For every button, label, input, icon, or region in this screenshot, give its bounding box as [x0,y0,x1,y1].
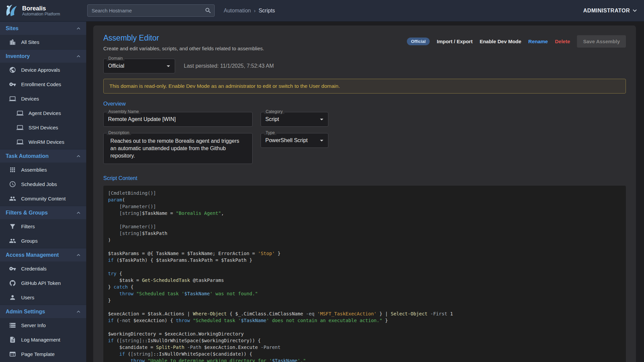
people-icon [9,195,16,202]
sidebar-item-assemblies[interactable]: Assemblies [0,163,86,177]
import-export-button[interactable]: Import / Export [437,39,473,44]
code-line: $taskParams = @{ TaskName = $TaskName; E… [108,250,621,257]
sidebar-item-enrollment-codes[interactable]: Enrollment Codes [0,77,86,92]
panel-header-left: Assembly Editor Create and edit variable… [103,34,264,51]
field-label: Description [107,130,131,135]
chevron-up-icon [75,153,82,160]
domain-select-value: Official [104,63,124,69]
brand-text: Borealis Automation Platform [22,5,60,16]
page-title: Assembly Editor [103,34,264,43]
code-line: $task = Get-ScheduledTask @taskParams [108,277,621,284]
sidebar-item-filters[interactable]: Filters [0,219,86,234]
sidebar-item-label: Log Management [21,337,60,343]
chevron-up-icon [75,209,82,216]
script-code-editor[interactable]: [CmdletBinding()]param( [Parameter()] [s… [103,186,626,362]
code-line: [Parameter()] [108,223,621,230]
user-menu-label: ADMINISTRATOR [583,8,630,14]
readonly-warning-text: This domain is read-only. Enable Dev Mod… [109,83,340,89]
code-line: ) [108,237,621,243]
rename-button[interactable]: Rename [528,39,548,44]
sidebar-section-task-automation[interactable]: Task Automation [0,149,86,163]
sidebar-section-label: Filters & Groups [6,210,48,216]
type-select[interactable]: Type PowerShell Script [261,133,328,148]
sidebar-item-label: Devices [21,96,39,102]
laptop-icon [16,138,23,145]
chevron-up-icon [75,25,82,32]
code-line: if (-not $execAction) { throw "Scheduled… [108,317,621,324]
document-icon [9,336,16,343]
sidebar-item-devices[interactable]: Devices [0,92,86,106]
code-line [108,217,621,223]
sidebar-section-admin-settings[interactable]: Admin Settings [0,305,86,318]
github-icon [9,280,16,287]
sidebar-item-server-info[interactable]: Server Info [0,318,86,333]
sidebar-item-agent-devices[interactable]: Agent Devices [0,106,86,120]
key-icon [9,81,16,88]
server-icon [9,322,16,329]
field-label: Type [264,130,276,135]
code-line [108,324,621,330]
sidebar-item-credentials[interactable]: Credentials [0,261,86,276]
template-icon [9,351,16,358]
script-content-section-label: Script Content [103,175,626,181]
sidebar-item-label: Groups [21,238,38,244]
sidebar-item-label: Enrollment Codes [21,81,61,87]
globe-icon [9,66,16,73]
sidebar-section-label: Sites [6,25,18,32]
sidebar-section-filters-groups[interactable]: Filters & Groups [0,206,86,219]
sidebar-item-label: Credentials [21,266,47,272]
laptop-icon [16,110,23,117]
breadcrumb-scripts[interactable]: Scripts [259,8,275,14]
sidebar-item-ssh-devices[interactable]: SSH Devices [0,120,86,135]
sidebar-item-groups[interactable]: Groups [0,234,86,248]
code-line: $candidate = Split-Path -Path $execActio… [108,344,621,351]
sidebar-item-page-template[interactable]: Page Template [0,347,86,361]
sidebar-item-log-management[interactable]: Log Management [0,333,86,347]
readonly-warning-banner: This domain is read-only. Enable Dev Mod… [103,79,626,94]
field-label: Category [264,109,284,114]
sidebar-item-github-api-token[interactable]: GitHub API Token [0,276,86,290]
category-select[interactable]: Category Script [261,112,328,127]
sidebar-item-community-content[interactable]: Community Content [0,191,86,206]
sidebar-section-label: Access Management [6,252,59,258]
clock-icon [9,181,16,188]
sidebar-item-scheduled-jobs[interactable]: Scheduled Jobs [0,177,86,191]
code-line [108,304,621,310]
code-line: if ([string]::IsNullOrWhiteSpace($workin… [108,337,621,344]
search-input[interactable] [87,4,215,17]
assembly-name-input[interactable] [104,116,252,122]
enable-dev-mode-button[interactable]: Enable Dev Mode [480,39,521,44]
sidebar-section-inventory[interactable]: Inventory [0,49,86,63]
code-line: [string]$TaskName = "Borealis Agent", [108,210,621,217]
sidebar-item-all-sites[interactable]: All Sites [0,35,86,49]
code-line: throw "Scheduled task '$TaskName' was no… [108,290,621,297]
description-field[interactable]: Description Reaches out to the remote Bo… [103,133,253,164]
sidebar-item-label: SSH Devices [29,125,58,130]
sidebar-section-label: Task Automation [6,153,49,159]
domain-select[interactable]: Domain Official [103,59,175,73]
sidebar-item-winrm-devices[interactable]: WinRM Devices [0,135,86,149]
sidebar-item-device-approvals[interactable]: Device Approvals [0,63,86,77]
chevron-down-icon [631,7,639,14]
panel-header-actions: Official Import / Export Enable Dev Mode… [407,35,626,48]
chevron-up-icon [75,53,82,60]
sidebar-item-label: Scheduled Jobs [21,181,57,187]
save-assembly-button[interactable]: Save Assembly [577,35,626,48]
code-line: [string]$TaskPath [108,230,621,237]
topbar: Borealis Automation Platform Automation … [0,0,644,21]
code-line: $workingDirectory = $execAction.WorkingD… [108,330,621,337]
breadcrumb-automation[interactable]: Automation [224,8,251,14]
sidebar-item-label: All Sites [21,39,39,45]
sidebar-item-users[interactable]: Users [0,290,86,305]
app: Borealis Automation Platform Automation … [0,0,644,362]
delete-button[interactable]: Delete [555,39,570,44]
code-line: if ([string]::IsNullOrWhiteSpace($candid… [108,351,621,357]
panel-header: Assembly Editor Create and edit variable… [103,34,626,51]
main-content: Assembly Editor Create and edit variable… [86,21,644,362]
field-label: Assembly Name [107,109,141,114]
code-line: } catch { [108,284,621,290]
sidebar-section-access-management[interactable]: Access Management [0,248,86,261]
user-menu[interactable]: ADMINISTRATOR [583,7,639,14]
sidebar-section-sites[interactable]: Sites [0,21,86,35]
funnel-icon [9,223,16,230]
